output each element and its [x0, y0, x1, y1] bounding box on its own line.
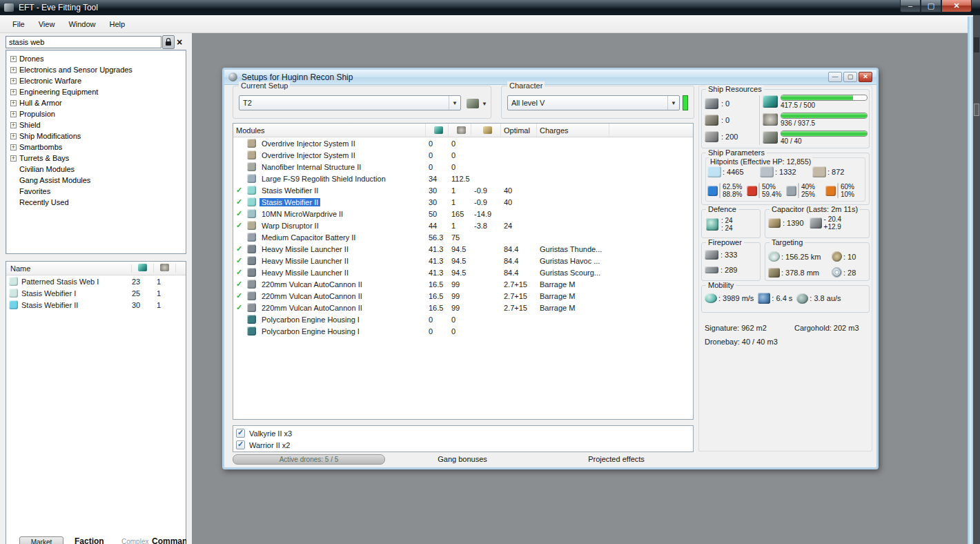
- cpu-column-header[interactable]: [426, 124, 449, 137]
- menu-item[interactable]: View: [32, 18, 62, 30]
- active-drones-button[interactable]: Active drones: 5 / 5: [233, 454, 385, 465]
- module-row[interactable]: Stasis Webifier II 30 1 -0.9 40: [233, 184, 693, 196]
- modules-column-header[interactable]: Modules: [233, 124, 426, 137]
- search-clear-icon[interactable]: [177, 36, 182, 48]
- expand-plus-icon[interactable]: [10, 78, 17, 84]
- resist-cell: 50%59.4%: [747, 183, 786, 198]
- tree-item[interactable]: Electronics and Sensor Upgrades: [9, 64, 186, 75]
- max-targets-icon: [832, 251, 842, 262]
- charges-column-header[interactable]: Charges: [537, 124, 609, 137]
- resource-bar: [781, 130, 868, 137]
- resist-cell: 62.5%88.8%: [707, 183, 747, 198]
- capacitor-column-header[interactable]: [471, 124, 501, 137]
- scrollbar-button[interactable]: [974, 37, 979, 52]
- expand-plus-icon[interactable]: [10, 122, 17, 128]
- module-row[interactable]: Stasis Webifier II 30 1 -0.9 40: [233, 196, 693, 208]
- module-row[interactable]: Warp Disruptor II 44 1 -3.8 24: [233, 220, 693, 231]
- result-row[interactable]: Patterned Stasis Web I 23 1: [6, 275, 186, 287]
- expand-plus-icon[interactable]: [10, 67, 17, 73]
- module-row[interactable]: Nanofiber Internal Structure II 0 0: [233, 161, 693, 173]
- search-lock-button[interactable]: [162, 35, 175, 49]
- expand-plus-icon[interactable]: [10, 111, 17, 117]
- browser-tab[interactable]: Faction: [75, 536, 104, 544]
- search-input[interactable]: [6, 36, 161, 48]
- tree-item[interactable]: Turrets & Bays: [9, 153, 186, 164]
- setup-restore-button[interactable]: ▢: [843, 72, 857, 82]
- setup-minimize-button[interactable]: —: [828, 72, 842, 82]
- powergrid-column-header[interactable]: [449, 124, 471, 137]
- character-dropdown[interactable]: All level V: [507, 95, 680, 110]
- cargohold-value: Cargohold: 202 m3: [794, 321, 859, 335]
- app-icon: [4, 3, 14, 12]
- tree-item[interactable]: Drones: [9, 53, 186, 64]
- browser-tab[interactable]: Complex: [121, 538, 148, 544]
- setup-close-button[interactable]: ✕: [859, 72, 872, 82]
- gang-bonuses-label[interactable]: Gang bonuses: [418, 455, 507, 463]
- tree-item[interactable]: Shield: [9, 119, 186, 130]
- tree-item[interactable]: Propulsion: [9, 108, 186, 119]
- expand-plus-icon[interactable]: [10, 100, 17, 106]
- module-row[interactable]: Overdrive Injector System II 0 0: [233, 137, 693, 149]
- tree-item[interactable]: Ship Modifications: [9, 130, 186, 142]
- tree-item[interactable]: Electronic Warfare: [9, 75, 186, 86]
- tree-item[interactable]: Hull & Armor: [9, 97, 186, 108]
- maximize-button[interactable]: [921, 0, 941, 12]
- cpu-column-header[interactable]: [132, 264, 154, 273]
- module-row[interactable]: Overdrive Injector System II 0 0: [233, 149, 693, 161]
- tree-item[interactable]: Smartbombs: [9, 142, 186, 153]
- drone-checkbox[interactable]: [236, 440, 245, 449]
- module-row[interactable]: Large F-S9 Regolith Shield Induction 34 …: [233, 173, 693, 184]
- minimize-button[interactable]: [900, 0, 921, 12]
- close-button[interactable]: [941, 0, 972, 12]
- drone-row[interactable]: Warrior II x2: [233, 439, 693, 451]
- menu-item[interactable]: File: [6, 18, 32, 30]
- result-row[interactable]: Stasis Webifier II 30 1: [6, 299, 186, 311]
- module-icon: [9, 300, 18, 309]
- expand-plus-icon[interactable]: [10, 144, 17, 150]
- menu-item[interactable]: Window: [61, 18, 102, 30]
- scrollbar-thumb[interactable]: [974, 104, 979, 116]
- module-row[interactable]: 220mm Vulcan AutoCannon II 16.5 99 2.7+1…: [233, 278, 693, 290]
- expand-plus-icon[interactable]: [10, 155, 17, 162]
- signature-value: Signature: 962 m2: [705, 321, 794, 335]
- cpu-icon: [138, 264, 147, 271]
- optimal-column-header[interactable]: Optimal: [501, 124, 537, 137]
- expand-plus-icon[interactable]: [10, 89, 17, 95]
- menu-item[interactable]: Help: [103, 18, 133, 30]
- projected-effects-label[interactable]: Projected effects: [568, 455, 665, 463]
- module-icon: [9, 277, 18, 286]
- module-row[interactable]: Medium Capacitor Battery II 56.3 75: [233, 231, 693, 243]
- tree-item[interactable]: Favorites: [9, 186, 186, 197]
- drone-row[interactable]: Valkyrie II x3: [233, 427, 693, 439]
- tree-item[interactable]: Civilian Modules: [9, 164, 186, 175]
- tree-item[interactable]: Gang Assist Modules: [9, 175, 186, 186]
- tree-item[interactable]: Recently Used: [9, 197, 186, 208]
- browser-tab[interactable]: Market: [19, 536, 63, 544]
- chevron-down-icon[interactable]: [449, 96, 460, 110]
- module-row[interactable]: Heavy Missile Launcher II 41.3 94.5 84.4…: [233, 255, 693, 266]
- empty-column-header: [609, 124, 693, 137]
- expand-plus-icon[interactable]: [10, 133, 17, 139]
- ship-select-button[interactable]: [467, 97, 490, 110]
- browser-tab[interactable]: Commands: [152, 536, 186, 544]
- name-column-header[interactable]: Name: [6, 264, 132, 273]
- tree-item[interactable]: Engineering Equipment: [9, 86, 186, 97]
- result-row[interactable]: Stasis Webifier I 25 1: [6, 287, 186, 299]
- chevron-down-icon[interactable]: [667, 96, 679, 110]
- drone-checkbox[interactable]: [236, 429, 245, 438]
- module-row[interactable]: Polycarbon Engine Housing I 0 0: [233, 313, 693, 325]
- module-icon: [9, 289, 18, 298]
- expand-plus-icon[interactable]: [10, 56, 17, 62]
- module-icon: [247, 268, 256, 277]
- powergrid-column-header[interactable]: [154, 264, 176, 273]
- module-row[interactable]: 10MN MicroWarpdrive II 50 165 -14.9: [233, 208, 693, 220]
- module-row[interactable]: 220mm Vulcan AutoCannon II 16.5 99 2.7+1…: [233, 302, 693, 313]
- module-row[interactable]: Heavy Missile Launcher II 41.3 94.5 84.4…: [233, 243, 693, 255]
- module-row[interactable]: 220mm Vulcan AutoCannon II 16.5 99 2.7+1…: [233, 290, 693, 302]
- current-setup-dropdown[interactable]: T2: [239, 95, 461, 110]
- divider: [758, 183, 761, 198]
- module-row[interactable]: Polycarbon Engine Housing I 0 0: [233, 325, 693, 337]
- chevron-down-icon[interactable]: [482, 101, 487, 107]
- setup-window-titlebar[interactable]: Setups for Huginn Recon Ship — ▢ ✕: [224, 70, 876, 85]
- module-row[interactable]: Heavy Missile Launcher II 41.3 94.5 84.4…: [233, 266, 693, 278]
